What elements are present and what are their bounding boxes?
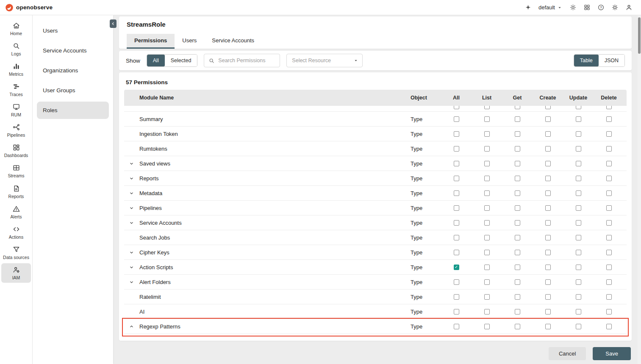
search-permissions-input[interactable] [218,58,275,63]
sidebar-item-dashboards[interactable]: Dashboards [1,141,31,160]
checkbox-create[interactable] [545,106,551,109]
iam-menu-users[interactable]: Users [37,22,109,39]
iam-menu-roles[interactable]: Roles [37,102,109,119]
checkbox-create[interactable] [545,265,551,270]
checkbox-get[interactable] [515,250,520,255]
checkbox-list[interactable] [484,190,490,196]
checkbox-update[interactable] [576,309,581,314]
checkbox-all[interactable] [454,161,459,166]
checkbox-all[interactable] [454,176,459,181]
checkbox-list[interactable] [484,265,490,270]
checkbox-create[interactable] [545,190,551,196]
sidebar-item-data-sources[interactable]: Data sources [1,243,31,262]
theme-toggle-icon[interactable] [569,4,577,11]
checkbox-list[interactable] [484,116,490,122]
checkbox-update[interactable] [576,161,581,166]
checkbox-get[interactable] [515,146,520,152]
settings-gear-icon[interactable] [611,4,619,11]
sidebar-item-logs[interactable]: Logs [1,39,31,59]
checkbox-create[interactable] [545,146,551,152]
checkbox-get[interactable] [515,309,520,314]
view-table[interactable]: Table [574,55,599,66]
checkbox-create[interactable] [545,116,551,122]
save-button[interactable]: Save [593,347,631,360]
chevron-down-icon[interactable] [129,161,134,166]
sidebar-item-reports[interactable]: Reports [1,182,31,201]
chevron-down-icon[interactable] [129,279,134,285]
cancel-button[interactable]: Cancel [549,347,586,360]
iam-menu-user-groups[interactable]: User Groups [37,82,109,99]
checkbox-list[interactable] [484,309,490,314]
checkbox-update[interactable] [576,324,581,329]
checkbox-all[interactable] [454,294,459,300]
chevron-down-icon[interactable] [129,250,134,255]
checkbox-all[interactable] [454,131,459,137]
checkbox-list[interactable] [484,131,490,137]
checkbox-get[interactable] [515,220,520,226]
account-icon[interactable] [625,4,633,11]
view-json[interactable]: JSON [599,55,624,66]
chevron-down-icon[interactable] [129,190,134,196]
iam-menu-service-accounts[interactable]: Service Accounts [37,42,109,59]
filter-selected[interactable]: Selected [165,55,197,66]
checkbox-all[interactable] [454,106,459,109]
chevron-down-icon[interactable] [129,205,134,211]
sidebar-item-iam[interactable]: IAM [1,263,31,283]
tab-users[interactable]: Users [175,34,204,49]
checkbox-delete[interactable] [606,220,612,226]
sidebar-item-streams[interactable]: Streams [1,161,31,181]
checkbox-all[interactable] [454,250,459,255]
chevron-down-icon[interactable] [129,265,134,270]
sidebar-item-home[interactable]: Home [1,19,31,39]
checkbox-create[interactable] [545,250,551,255]
checkbox-all[interactable] [454,205,459,211]
chevron-up-icon[interactable] [129,324,134,329]
checkbox-update[interactable] [576,205,581,211]
checkbox-delete[interactable] [606,309,612,314]
org-selector[interactable]: default [538,4,563,11]
checkbox-update[interactable] [576,279,581,285]
checkbox-delete[interactable] [606,279,612,285]
checkbox-create[interactable] [545,220,551,226]
checkbox-delete[interactable] [606,146,612,152]
checkbox-delete[interactable] [606,161,612,166]
checkbox-delete[interactable] [606,106,612,109]
checkbox-get[interactable] [515,294,520,300]
checkbox-create[interactable] [545,161,551,166]
checkbox-delete[interactable] [606,205,612,211]
checkbox-update[interactable] [576,116,581,122]
checkbox-update[interactable] [576,106,581,109]
checkbox-list[interactable] [484,161,490,166]
chevron-down-icon[interactable] [129,220,134,226]
checkbox-update[interactable] [576,176,581,181]
tab-service-accounts[interactable]: Service Accounts [204,34,262,49]
sidebar-item-actions[interactable]: Actions [1,223,31,242]
collapse-panel-button[interactable] [110,19,117,28]
tab-permissions[interactable]: Permissions [127,34,175,49]
brand[interactable]: openobserve [5,3,53,12]
checkbox-list[interactable] [484,106,490,109]
sidebar-item-pipelines[interactable]: Pipelines [1,121,31,140]
checkbox-delete[interactable] [606,116,612,122]
ai-sparkle-icon[interactable] [524,4,532,11]
chevron-down-icon[interactable] [129,176,134,181]
checkbox-list[interactable] [484,235,490,240]
checkbox-create[interactable] [545,324,551,329]
sidebar-item-traces[interactable]: Traces [1,80,31,99]
apps-grid-icon[interactable] [583,4,591,11]
checkbox-create[interactable] [545,294,551,300]
checkbox-get[interactable] [515,235,520,240]
checkbox-get[interactable] [515,324,520,329]
checkbox-list[interactable] [484,250,490,255]
checkbox-list[interactable] [484,220,490,226]
checkbox-all[interactable] [454,279,459,285]
checkbox-create[interactable] [545,235,551,240]
checkbox-list[interactable] [484,324,490,329]
checkbox-delete[interactable] [606,324,612,329]
filter-all[interactable]: All [147,55,165,66]
checkbox-update[interactable] [576,190,581,196]
checkbox-delete[interactable] [606,294,612,300]
scrollbar-thumb[interactable] [638,17,641,54]
checkbox-list[interactable] [484,279,490,285]
checkbox-update[interactable] [576,250,581,255]
